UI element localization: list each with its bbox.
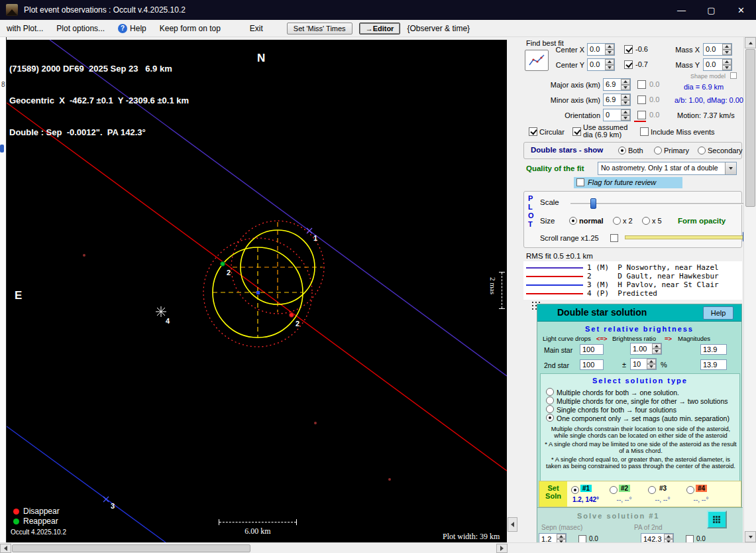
flag-review-checkbox[interactable]: [576, 178, 584, 186]
offset-x-value: -0.6: [635, 45, 648, 53]
horizontal-scroll-thumb[interactable]: [12, 544, 250, 552]
scroll-left-button[interactable]: [0, 544, 11, 553]
scale-slider-thumb[interactable]: [590, 198, 596, 209]
spin-down-button[interactable]: [621, 100, 630, 106]
minimize-button[interactable]: —: [667, 0, 696, 20]
field-dot: [388, 478, 391, 481]
spin-up-button[interactable]: [621, 94, 630, 100]
main-star-drop-field[interactable]: 100: [580, 344, 604, 355]
show-primary-radio[interactable]: [654, 147, 662, 154]
spin-up-button[interactable]: [652, 343, 661, 349]
offset-x-checkbox[interactable]: [624, 45, 633, 54]
spin-down-button[interactable]: [605, 65, 614, 71]
solution-type-3-radio[interactable]: [546, 405, 554, 413]
spin-up-button[interactable]: [621, 79, 630, 85]
quality-combobox[interactable]: No astrometry. Only 1 star of a double: [598, 162, 737, 175]
size-x5-radio[interactable]: [642, 217, 650, 225]
spin-up-button[interactable]: [557, 534, 566, 539]
menu-help[interactable]: Help: [127, 21, 153, 36]
major-axis-spinner[interactable]: 6.9: [603, 78, 631, 91]
menu-exit[interactable]: Exit: [243, 21, 270, 36]
sepn-spinner[interactable]: 1.2: [539, 533, 567, 542]
scroll-down-button[interactable]: [745, 531, 756, 542]
brightness-ratio-spinner[interactable]: 1.00: [630, 343, 662, 355]
major-alt-checkbox[interactable]: [637, 80, 646, 89]
size-normal-radio[interactable]: [569, 217, 577, 225]
spin-up-button[interactable]: [647, 359, 656, 364]
solution-type-2-radio[interactable]: [546, 397, 554, 404]
chord-legend: 1 (M) P Nosworthy, near Hazel 2 D Gault,…: [523, 261, 742, 300]
orientation-spinner[interactable]: 0: [603, 109, 631, 121]
orientation-alt-checkbox[interactable]: [637, 111, 646, 119]
spin-down-button[interactable]: [722, 65, 731, 71]
set-miss-times-button[interactable]: Set 'Miss' Times: [287, 23, 352, 34]
minor-axis-spinner[interactable]: 6.9: [603, 93, 631, 106]
chord-3-text: 3 (M) H Pavlov, near St Clair: [587, 280, 719, 289]
center-x-spinner[interactable]: 0.0: [587, 43, 615, 56]
scroll-up-button[interactable]: [745, 37, 756, 48]
spin-up-button[interactable]: [621, 109, 630, 115]
pa-fix-value: 0.0: [696, 535, 706, 542]
scroll-right-button[interactable]: [496, 544, 508, 553]
show-both-radio[interactable]: [618, 147, 626, 154]
mass-y-spinner[interactable]: 0.0: [703, 58, 732, 71]
maximize-button[interactable]: ▢: [696, 0, 726, 20]
spin-up-button[interactable]: [722, 44, 731, 50]
offset-y-value: -0.7: [635, 60, 648, 68]
circular-checkbox[interactable]: [529, 127, 537, 136]
soln-2-radio[interactable]: [610, 486, 618, 494]
spin-down-button[interactable]: [647, 364, 656, 369]
soln-3-radio[interactable]: [648, 486, 656, 494]
solution-type-1-radio[interactable]: [546, 388, 554, 396]
minor-alt-checkbox[interactable]: [637, 95, 646, 104]
size-x2-radio[interactable]: [613, 217, 621, 225]
offset-y-checkbox[interactable]: [624, 60, 633, 69]
solution-type-2-label: Multiple chords for one, single for othe…: [557, 397, 728, 405]
find-best-fit-button[interactable]: [525, 50, 549, 71]
pa-spinner[interactable]: 142.3: [641, 533, 674, 542]
scroll-range-checkbox[interactable]: [610, 234, 618, 242]
solution-type-4-radio[interactable]: [546, 414, 554, 422]
menu-with-plot[interactable]: with Plot...: [0, 21, 50, 36]
use-assumed-checkbox[interactable]: [572, 127, 581, 136]
spin-up-button[interactable]: [722, 59, 731, 65]
orientation-alt-value: 0.0: [649, 111, 659, 119]
opacity-slider-track[interactable]: [625, 235, 743, 239]
soln-4-radio[interactable]: [686, 486, 694, 494]
show-secondary-radio[interactable]: [698, 147, 706, 154]
soln-1-radio[interactable]: [571, 486, 579, 494]
menu-plot-options[interactable]: Plot options...: [50, 21, 111, 36]
close-button[interactable]: ✕: [726, 0, 756, 20]
horizontal-scrollbar[interactable]: [0, 542, 756, 553]
spin-up-button[interactable]: [664, 534, 673, 539]
spin-down-button[interactable]: [621, 115, 630, 121]
right-panel: Find best fit Center X 0.0 -0.6 Mass X 0…: [508, 37, 743, 542]
solve-button[interactable]: [707, 511, 727, 528]
solution-help-button[interactable]: Help: [703, 306, 733, 320]
mass-x-spinner[interactable]: 0.0: [703, 43, 732, 56]
scale-slider-track[interactable]: [570, 203, 743, 205]
editor-button[interactable]: →Editor: [359, 23, 401, 34]
sepn-fix-checkbox[interactable]: [578, 535, 586, 542]
include-miss-checkbox[interactable]: [640, 127, 649, 136]
plot-header: (71589) 2000 DF69 2025 Sep 23 6.9 km Geo…: [9, 42, 189, 159]
east-label: E: [15, 289, 22, 302]
menu-keep-on-top[interactable]: Keep form on top: [153, 21, 227, 36]
solution-panel-title: Double star solution: [557, 307, 647, 318]
plot-canvas[interactable]: 2 2 1 3 4 (71589) 2000 DF69 2025 Sep 23 …: [7, 40, 507, 542]
combo-arrow-icon[interactable]: [725, 162, 736, 174]
spin-down-button[interactable]: [605, 50, 614, 56]
shape-model-checkbox[interactable]: [730, 72, 737, 79]
spin-up-button[interactable]: [605, 44, 614, 50]
spin-down-button[interactable]: [722, 50, 731, 56]
vertical-scrollbar[interactable]: [743, 37, 756, 542]
spin-down-button[interactable]: [652, 349, 661, 354]
center-y-spinner[interactable]: 0.0: [587, 58, 615, 71]
spin-up-button[interactable]: [605, 59, 614, 65]
spin-down-button[interactable]: [621, 85, 630, 91]
vertical-scroll-thumb[interactable]: [745, 49, 755, 207]
panel-scroll-left-button[interactable]: [508, 517, 517, 532]
percent-spinner[interactable]: 10: [630, 358, 657, 370]
second-star-drop-field[interactable]: 100: [580, 359, 604, 370]
pa-fix-checkbox[interactable]: [686, 535, 694, 542]
